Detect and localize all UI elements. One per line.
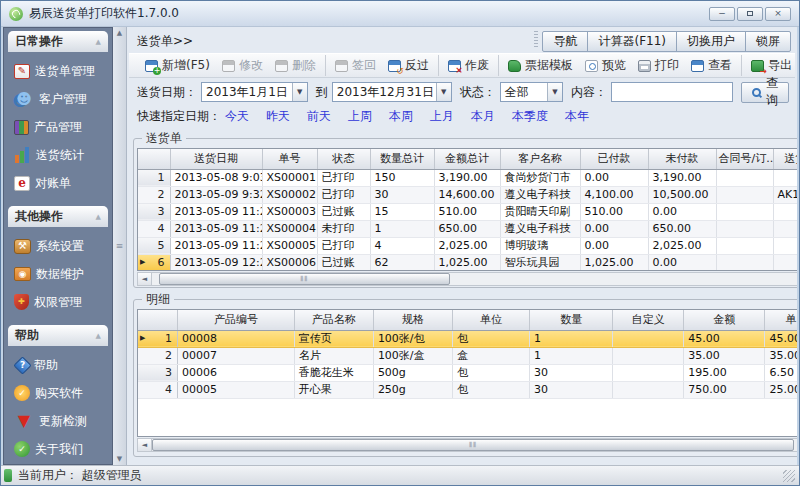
quick-date-link[interactable]: 本周: [389, 108, 413, 125]
toolbar-button[interactable]: 新增(F5): [139, 55, 216, 76]
order-row[interactable]: 2 2013-05-09 9:32 XS00002 已打印 30 14,600.…: [138, 186, 797, 203]
scroll-thumb[interactable]: ⦀⦀: [159, 273, 451, 285]
scroll-left-icon[interactable]: ◄: [138, 439, 152, 451]
order-row[interactable]: 5 2013-05-09 11:29 XS00005 已打印 4 2,025.0…: [138, 237, 797, 254]
scroll-down-icon[interactable]: ▼: [117, 455, 122, 463]
scroll-up-icon[interactable]: ▲: [117, 29, 122, 37]
search-button[interactable]: 查询: [741, 82, 789, 103]
sidebar-item-delivery-stats[interactable]: 送货统计: [14, 141, 108, 169]
column-header[interactable]: 单...: [765, 310, 797, 330]
quick-date-link[interactable]: 昨天: [266, 108, 290, 125]
topbar-button[interactable]: 导航: [542, 31, 588, 52]
collapse-icon[interactable]: ▲: [96, 38, 101, 46]
toolbar-button[interactable]: 导出: [741, 55, 797, 76]
quick-date-link[interactable]: 前天: [307, 108, 331, 125]
sidebar-item-data-maintenance[interactable]: ◉ 数据维护: [14, 260, 108, 288]
column-header[interactable]: 合同号/订...: [716, 149, 773, 169]
order-row[interactable]: 3 2013-05-09 11:24 XS00003 已过账 15 510.00…: [138, 203, 797, 220]
sidebar-item-product-manage[interactable]: 产品管理: [14, 113, 108, 141]
column-header[interactable]: 已付款: [580, 149, 648, 169]
sidebar-section-help-header[interactable]: 帮助 ▲: [8, 325, 108, 346]
order-row[interactable]: 4 2013-05-09 11:27 XS00004 未打印 1 650.00 …: [138, 220, 797, 237]
details-hscrollbar[interactable]: ◄ ⦀⦀ ►: [137, 438, 797, 452]
quick-date-link[interactable]: 上月: [430, 108, 454, 125]
cell-unpaid: 0.00: [648, 203, 716, 220]
detail-row[interactable]: 4 00005 开心果 250g 包 30 750.00 25.00: [138, 381, 797, 398]
toolbar-button[interactable]: 删除: [269, 55, 322, 76]
column-header[interactable]: 单位: [453, 310, 530, 330]
quick-date-link[interactable]: 本月: [471, 108, 495, 125]
column-header[interactable]: 单号: [262, 149, 317, 169]
topbar-button[interactable]: 切换用户: [676, 31, 746, 52]
topbar-button[interactable]: 锁屏: [745, 31, 791, 52]
sidebar-item-buy-software[interactable]: ✓ 购买软件: [14, 379, 108, 407]
toolbar-button[interactable]: 打印: [632, 55, 685, 76]
column-header[interactable]: 数量: [530, 310, 613, 330]
quick-date-link[interactable]: 本季度: [512, 108, 548, 125]
breadcrumb: 送货单>>: [137, 33, 193, 50]
cell-date: 2013-05-09 11:27: [170, 220, 262, 237]
status-select[interactable]: 全部 ▼: [500, 82, 563, 102]
row-number-cell: 3: [138, 203, 170, 220]
column-header[interactable]: 自定义: [613, 310, 684, 330]
maximize-icon: [747, 11, 753, 16]
column-header[interactable]: 客户名称: [500, 149, 580, 169]
column-header[interactable]: 产品编号: [178, 310, 295, 330]
order-row[interactable]: 1 2013-05-08 9:03 XS00001 已打印 150 3,190.…: [138, 169, 797, 186]
sidebar-item-customer-manage[interactable]: ☻ 客户管理: [14, 85, 108, 113]
orders-hscrollbar[interactable]: ◄ ⦀⦀ ►: [137, 272, 797, 286]
sidebar-scrollbar[interactable]: ▲ ≡ ▼: [113, 27, 127, 465]
collapse-icon[interactable]: ▲: [96, 332, 101, 340]
topbar-button[interactable]: 计算器(F11): [587, 31, 677, 52]
cell-amount: 195.00: [684, 364, 765, 381]
column-header[interactable]: 数量总计: [370, 149, 434, 169]
sidebar-item-help[interactable]: ? 帮助: [14, 351, 108, 379]
quick-date-link[interactable]: 上周: [348, 108, 372, 125]
column-header[interactable]: 状态: [317, 149, 370, 169]
column-header[interactable]: 规格: [373, 310, 452, 330]
toolbar-button[interactable]: 作废: [438, 55, 495, 76]
splitter-grip-icon[interactable]: ≡: [116, 241, 124, 251]
sidebar-section-daily-header[interactable]: 日常操作 ▲: [8, 31, 108, 52]
order-row[interactable]: 6 2013-05-09 12:23 XS00006 已过账 62 1,025.…: [138, 254, 797, 271]
print-icon: [638, 60, 651, 72]
toolbar-button[interactable]: 预览: [579, 55, 632, 76]
sidebar-item-about-us[interactable]: ✓ 关于我们: [14, 435, 108, 463]
collapse-icon[interactable]: ▲: [96, 213, 101, 221]
column-header[interactable]: 未付款: [648, 149, 716, 169]
close-button[interactable]: ×: [765, 7, 791, 21]
resize-grip-icon[interactable]: [783, 470, 795, 482]
sidebar-item-delivery-manage[interactable]: ✎ 送货单管理: [14, 57, 108, 85]
detail-row[interactable]: 3 00006 香脆花生米 500g 包 30 195.00 6.50: [138, 364, 797, 381]
content-input[interactable]: [611, 82, 733, 102]
date-to-input[interactable]: 2013年12月31日 ▼: [332, 82, 452, 102]
sidebar-item-label: 对账单: [35, 175, 71, 192]
minimize-button[interactable]: −: [709, 7, 735, 21]
date-from-input[interactable]: 2013年1月1日 ▼: [201, 82, 308, 102]
quick-date-link[interactable]: 本年: [565, 108, 589, 125]
toolbar-button[interactable]: 反过: [382, 55, 435, 76]
sidebar-section-other-header[interactable]: 其他操作 ▲: [8, 206, 108, 227]
dropdown-arrow-icon[interactable]: ▼: [436, 83, 451, 101]
column-header[interactable]: 产品名称: [294, 310, 373, 330]
scroll-left-icon[interactable]: ◄: [138, 273, 152, 285]
toolbar-button[interactable]: 修改: [216, 55, 269, 76]
sidebar-item-system-settings[interactable]: ⚒ 系统设置: [14, 232, 108, 260]
sidebar-item-update-check[interactable]: ▼ 更新检测: [14, 407, 108, 435]
detail-row[interactable]: 2 00007 名片 100张/盒 盒 1 35.00 35.00: [138, 347, 797, 364]
sidebar-item-statement[interactable]: e 对账单: [14, 169, 108, 197]
scroll-thumb[interactable]: ⦀⦀: [152, 439, 794, 451]
dropdown-arrow-icon[interactable]: ▼: [547, 83, 562, 101]
dropdown-arrow-icon[interactable]: ▼: [292, 83, 307, 101]
column-header[interactable]: 送货...: [773, 149, 797, 169]
column-header[interactable]: 送货日期: [170, 149, 262, 169]
toolbar-button[interactable]: 查看: [685, 55, 738, 76]
toolbar-button[interactable]: 签回: [325, 55, 382, 76]
detail-row[interactable]: 1 00008 宣传页 100张/包 包 1 45.00 45.00: [138, 330, 797, 347]
toolbar-button[interactable]: 票据模板: [498, 55, 579, 76]
sidebar-item-permission-manage[interactable]: ✚ 权限管理: [14, 288, 108, 316]
quick-date-link[interactable]: 今天: [225, 108, 249, 125]
column-header[interactable]: 金额总计: [434, 149, 500, 169]
maximize-button[interactable]: [737, 7, 763, 21]
column-header[interactable]: 金额: [684, 310, 765, 330]
